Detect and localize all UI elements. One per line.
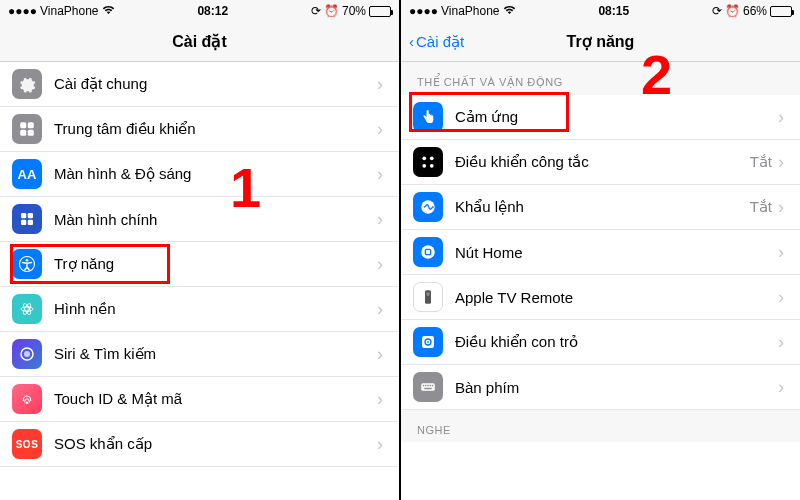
row-label: Siri & Tìm kiếm [54, 345, 377, 363]
accessibility-row[interactable]: Cảm ứng› [401, 95, 800, 140]
chevron-right-icon: › [377, 74, 383, 95]
accessibility-row[interactable]: Bàn phím› [401, 365, 800, 410]
chevron-right-icon: › [778, 197, 784, 218]
screen-settings: ●●●● VinaPhone 08:12 ⟳ ⏰ 70% Cài đặt Cài… [0, 0, 399, 500]
svg-rect-0 [20, 122, 26, 128]
chevron-right-icon: › [377, 344, 383, 365]
gear-icon [12, 69, 42, 99]
svg-rect-28 [421, 383, 435, 391]
row-label: Màn hình & Độ sáng [54, 165, 377, 183]
svg-point-9 [26, 259, 29, 262]
settings-row[interactable]: Cài đặt chung› [0, 62, 399, 107]
svg-point-18 [422, 164, 426, 168]
home-screen-icon [12, 204, 42, 234]
row-label: Trợ năng [54, 255, 377, 273]
keyboard-icon [413, 372, 443, 402]
row-label: Khẩu lệnh [455, 198, 750, 216]
sos-icon: SOS [12, 429, 42, 459]
svg-point-19 [430, 164, 434, 168]
battery-icon [369, 6, 391, 17]
settings-row[interactable]: SOSSOS khẩn cấp› [0, 422, 399, 467]
status-bar: ●●●● VinaPhone 08:12 ⟳ ⏰ 70% [0, 0, 399, 22]
display-icon: AA [12, 159, 42, 189]
row-label: Điều khiển công tắc [455, 153, 750, 171]
svg-point-11 [21, 307, 33, 312]
settings-row[interactable]: Touch ID & Mật mã› [0, 377, 399, 422]
control-center-icon [12, 114, 42, 144]
settings-row[interactable]: AAMàn hình & Độ sáng› [0, 152, 399, 197]
accessibility-list[interactable]: THỂ CHẤT VÀ VẬN ĐỘNG Cảm ứng›Điều khiển … [401, 62, 800, 500]
svg-rect-5 [28, 213, 33, 218]
svg-rect-33 [432, 385, 434, 387]
navbar: Cài đặt [0, 22, 399, 62]
row-label: Cảm ứng [455, 108, 778, 126]
chevron-right-icon: › [778, 287, 784, 308]
chevron-right-icon: › [377, 209, 383, 230]
svg-rect-1 [28, 122, 34, 128]
settings-row[interactable]: Siri & Tìm kiếm› [0, 332, 399, 377]
svg-rect-31 [427, 385, 429, 387]
svg-point-27 [427, 341, 429, 343]
row-label: Bàn phím [455, 379, 778, 396]
svg-rect-30 [425, 385, 427, 387]
apple-tv-remote-icon [413, 282, 443, 312]
screen-accessibility: ●●●● VinaPhone 08:15 ⟳ ⏰ 66% ‹ Cài đặt T… [401, 0, 800, 500]
chevron-right-icon: › [377, 434, 383, 455]
touch-icon [413, 102, 443, 132]
carrier-label: VinaPhone [40, 4, 99, 18]
svg-rect-3 [28, 130, 34, 136]
battery-pct: 66% [743, 4, 767, 18]
chevron-right-icon: › [377, 389, 383, 410]
accessibility-row[interactable]: Apple TV Remote› [401, 275, 800, 320]
signal-icon: ●●●● [409, 4, 438, 18]
home-button-icon [413, 237, 443, 267]
row-label: Trung tâm điều khiển [54, 120, 377, 138]
chevron-right-icon: › [377, 164, 383, 185]
svg-point-17 [430, 156, 434, 160]
settings-row[interactable]: Hình nền› [0, 287, 399, 332]
pointer-control-icon [413, 327, 443, 357]
svg-point-21 [421, 245, 435, 259]
section-hearing: NGHE [401, 410, 800, 442]
chevron-right-icon: › [778, 332, 784, 353]
navbar: ‹ Cài đặt Trợ năng [401, 22, 800, 62]
row-label: SOS khẩn cấp [54, 435, 377, 453]
settings-row[interactable]: Trợ năng› [0, 242, 399, 287]
row-label: Touch ID & Mật mã [54, 390, 377, 408]
svg-point-15 [24, 351, 30, 357]
chevron-right-icon: › [377, 299, 383, 320]
accessibility-row[interactable]: Khẩu lệnhTắt› [401, 185, 800, 230]
alarm-icon: ⏰ [324, 4, 339, 18]
svg-rect-34 [424, 388, 432, 390]
section-physical: THỂ CHẤT VÀ VẬN ĐỘNG [401, 62, 800, 95]
svg-rect-6 [21, 220, 26, 225]
alarm-icon: ⏰ [725, 4, 740, 18]
accessibility-icon [12, 249, 42, 279]
chevron-right-icon: › [778, 377, 784, 398]
svg-rect-29 [423, 385, 425, 387]
voice-control-icon [413, 192, 443, 222]
row-label: Nút Home [455, 244, 778, 261]
chevron-right-icon: › [778, 107, 784, 128]
chevron-right-icon: › [778, 152, 784, 173]
chevron-right-icon: › [778, 242, 784, 263]
svg-point-24 [426, 292, 430, 296]
page-title: Cài đặt [172, 32, 226, 51]
settings-row[interactable]: Trung tâm điều khiển› [0, 107, 399, 152]
signal-icon: ●●●● [8, 4, 37, 18]
svg-rect-4 [21, 213, 26, 218]
row-label: Màn hình chính [54, 211, 377, 228]
wallpaper-icon [12, 294, 42, 324]
clock: 08:12 [197, 4, 228, 18]
settings-row[interactable]: Màn hình chính› [0, 197, 399, 242]
accessibility-row[interactable]: Điều khiển công tắcTắt› [401, 140, 800, 185]
accessibility-row[interactable]: Nút Home› [401, 230, 800, 275]
chevron-left-icon: ‹ [409, 33, 414, 50]
back-button[interactable]: ‹ Cài đặt [409, 33, 464, 51]
siri-icon [12, 339, 42, 369]
battery-pct: 70% [342, 4, 366, 18]
wifi-icon [102, 4, 115, 18]
accessibility-row[interactable]: Điều khiển con trỏ› [401, 320, 800, 365]
settings-list[interactable]: Cài đặt chung›Trung tâm điều khiển›AAMàn… [0, 62, 399, 500]
status-bar: ●●●● VinaPhone 08:15 ⟳ ⏰ 66% [401, 0, 800, 22]
